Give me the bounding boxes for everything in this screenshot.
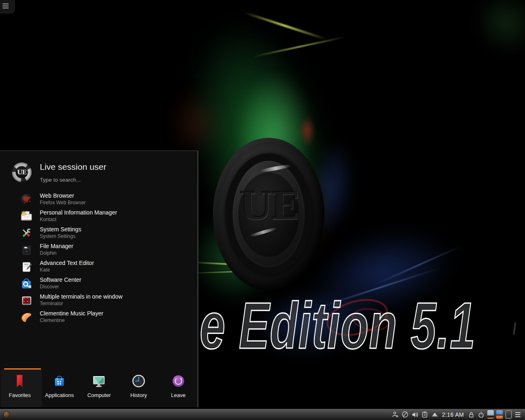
user-avatar: UE — [12, 162, 32, 182]
desktop-toolbox-button[interactable] — [0, 0, 15, 14]
network-disconnected-icon[interactable] — [402, 411, 409, 418]
tab-label: Favorites — [9, 392, 31, 398]
power-icon[interactable] — [477, 411, 485, 418]
app-title: Clementine Music Player — [40, 310, 103, 317]
list-item-pim[interactable]: Personal Information Manager Kontact — [0, 208, 198, 225]
lock-icon[interactable] — [468, 411, 475, 418]
favorites-list: Web Browser Firefox Web Browser Personal… — [0, 191, 198, 326]
list-item-terminator[interactable]: Multiple terminals in one window Termina… — [0, 292, 198, 309]
desktop: UE e Edition 5.1 UE Live session user — [0, 0, 525, 420]
taskbar-clock[interactable]: 2:16 AM — [442, 411, 464, 418]
app-title: Advanced Text Editor — [40, 260, 94, 266]
discover-bag-icon — [20, 277, 33, 290]
search-input[interactable] — [40, 177, 175, 183]
leave-icon — [171, 374, 186, 388]
wallpaper-fractal-layer — [253, 36, 346, 57]
pager-desktop-3[interactable] — [505, 410, 512, 419]
ue-emblem: UE — [211, 135, 326, 293]
launcher-tab-bar: Favorites — [0, 370, 198, 407]
clock-icon — [131, 374, 146, 388]
app-subtitle: System Settings — [40, 233, 75, 239]
pager-desktop-1[interactable] — [487, 410, 494, 419]
taskbar-launcher-button[interactable] — [3, 411, 10, 418]
application-launcher-popup: UE Live session user Web Browse — [0, 151, 198, 407]
list-item-file-manager[interactable]: File Manager Dolphin — [0, 242, 198, 258]
file-cabinet-icon — [20, 244, 33, 256]
tab-label: Computer — [87, 392, 111, 398]
list-item-system-settings[interactable]: System Settings System Settings — [0, 225, 198, 242]
wallpaper-fractal-layer — [373, 244, 463, 285]
clipboard-icon[interactable] — [421, 411, 429, 418]
app-subtitle: Dolphin — [40, 250, 57, 256]
wallpaper-fractal-layer — [244, 11, 326, 41]
tab-computer[interactable]: Computer — [79, 370, 119, 407]
app-title: System Settings — [40, 226, 81, 233]
tab-label: Leave — [171, 392, 185, 398]
kate-icon — [20, 260, 33, 273]
tab-leave[interactable]: Leave — [158, 370, 198, 407]
kontact-icon — [20, 210, 33, 223]
wallpaper-fractal-layer — [513, 322, 516, 335]
volume-icon[interactable] — [411, 411, 419, 418]
app-subtitle: Terminator — [40, 301, 63, 306]
list-item-web-browser[interactable]: Web Browser Firefox Web Browser — [0, 191, 198, 208]
user-name: Live session user — [40, 162, 106, 172]
app-subtitle: Discover — [40, 284, 59, 290]
list-item-clementine[interactable]: Clementine Music Player Clementine — [0, 309, 198, 326]
clementine-icon — [20, 311, 33, 324]
wallpaper-brand-text: e Edition 5.1 — [200, 293, 476, 358]
app-subtitle: Kate — [40, 267, 50, 273]
tab-history[interactable]: History — [119, 370, 159, 407]
monitor-icon — [91, 374, 106, 388]
tab-favorites[interactable]: Favorites — [0, 370, 40, 407]
tab-label: History — [130, 392, 147, 398]
bookmark-icon — [12, 374, 27, 388]
firefox-icon — [20, 193, 33, 206]
list-item-software-center[interactable]: Software Center Discover — [0, 275, 198, 292]
tab-label: Applications — [45, 392, 74, 398]
app-title: Personal Information Manager — [40, 209, 117, 216]
list-item-text-editor[interactable]: Advanced Text Editor Kate — [0, 258, 198, 275]
applications-bag-icon — [52, 374, 67, 388]
app-title: Multiple terminals in one window — [40, 293, 123, 300]
app-title: Web Browser — [40, 192, 74, 199]
app-title: File Manager — [40, 243, 73, 249]
user-switch-icon[interactable] — [392, 411, 399, 418]
app-subtitle: Kontact — [40, 217, 57, 222]
hamburger-icon — [2, 3, 9, 5]
avatar-letters: UE — [17, 169, 27, 176]
panel-menu-icon[interactable] — [514, 411, 521, 418]
taskbar: 2:16 AM — [0, 409, 525, 420]
wallpaper-fractal-layer — [443, 0, 525, 85]
ue-emblem-letters: UE — [211, 184, 326, 228]
tab-applications[interactable]: Applications — [40, 370, 80, 407]
pager-desktop-2[interactable] — [496, 410, 503, 419]
app-subtitle: Clementine — [40, 317, 65, 323]
active-tab-indicator — [4, 368, 41, 370]
system-settings-icon — [20, 227, 33, 240]
terminator-icon — [20, 294, 33, 307]
app-subtitle: Firefox Web Browser — [40, 200, 86, 205]
system-tray: 2:16 AM — [392, 410, 521, 419]
app-title: Software Center — [40, 276, 81, 283]
tray-expander-icon[interactable] — [431, 411, 438, 418]
